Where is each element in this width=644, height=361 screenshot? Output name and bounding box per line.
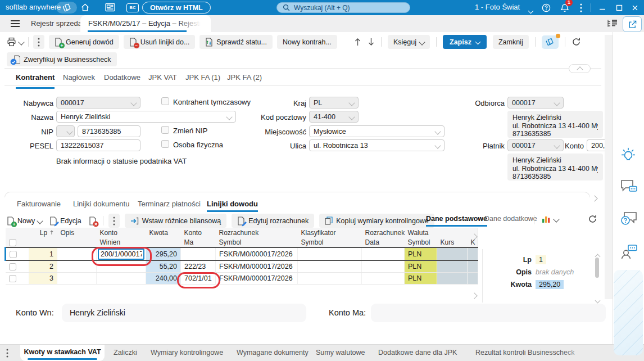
layers-panel-button[interactable] — [542, 35, 559, 49]
table-row[interactable]: 2 55,20 222/23 FSKR/M0/000017/2026 PLN — [6, 260, 478, 273]
generuj-dowod-button[interactable]: + Generuj dowód — [49, 35, 119, 49]
platnik-field[interactable]: 000017 — [507, 139, 564, 151]
zweryfikuj-businesscheck-button[interactable]: Zweryfikuj w Businesscheck — [7, 52, 117, 66]
nazwa-field[interactable]: Henryk Zieliński — [56, 111, 236, 123]
konto-field[interactable]: 200, — [587, 139, 605, 151]
lightbulb-icon[interactable] — [620, 147, 637, 165]
osoba-fizyczna-checkbox[interactable] — [161, 140, 169, 148]
tab-jpk-vat[interactable]: JPK VAT — [148, 73, 177, 85]
share-button[interactable] — [623, 16, 642, 32]
kod-pocztowy-field[interactable]: 41-400 — [309, 111, 359, 123]
home-icon[interactable] — [80, 3, 90, 12]
tab-linijki-dowodu[interactable]: Linijki dowodu — [207, 200, 258, 212]
tab-dodatkowe[interactable]: Dodatkowe — [104, 73, 140, 85]
pesel-field[interactable]: 13222615037 — [56, 139, 140, 151]
wstaw-roznice-button[interactable]: Wstaw różnice bilansową — [125, 214, 226, 228]
vertical-scrollbar-track[interactable] — [605, 35, 613, 299]
konto-winien-input[interactable] — [98, 249, 144, 260]
tab-zaliczki[interactable]: Zaliczki — [114, 345, 137, 361]
col-konto-ma[interactable]: Konto — [181, 228, 216, 237]
kraj-field[interactable]: PL — [309, 97, 359, 109]
zamknij-button[interactable]: Zamknij — [493, 35, 529, 49]
col-kwota[interactable]: Kwota — [146, 228, 181, 237]
pin-panel-icon[interactable] — [607, 19, 618, 28]
col-konto-winien[interactable]: Konto — [97, 228, 146, 237]
tab-linijki-dokumentu[interactable]: Linijki dokumentu — [73, 200, 129, 208]
contact-person-icon[interactable] — [620, 243, 638, 261]
col-rozrachunek-symbol[interactable]: Rozrachunek — [216, 228, 298, 237]
panel-expand-chevron-icon[interactable] — [592, 193, 597, 203]
edycja-button[interactable]: Edycja — [48, 216, 83, 225]
ulica-field[interactable]: ul. Robotnicza 13 — [309, 139, 445, 151]
table-row[interactable]: 1 295,20 FSKR/M0/000017/2026 PLN — [6, 247, 478, 260]
odbiorca-field[interactable]: 000017 — [507, 97, 564, 109]
tab-naglowek[interactable]: Nagłówek — [63, 73, 95, 85]
tab-kwoty-w-stawkach-vat[interactable]: Kwoty w stawkach VAT — [20, 345, 105, 361]
tab-fakturowanie[interactable]: Fakturowanie — [17, 200, 61, 208]
minimize-button[interactable] — [599, 4, 606, 11]
grid-refresh-icon[interactable] — [588, 214, 597, 224]
help-icon[interactable] — [542, 3, 551, 12]
grid-kebab-button[interactable] — [108, 214, 120, 228]
chart-view-button[interactable] — [542, 215, 559, 223]
news-icon[interactable] — [105, 3, 115, 12]
usun-linijke-button[interactable] — [88, 216, 98, 225]
tab-terminarz-platnosci[interactable]: Terminarz płatności — [138, 200, 201, 208]
miejscowosc-field[interactable]: Mysłowice — [309, 125, 445, 137]
hscroll-right-icon[interactable] — [472, 290, 477, 300]
columns-scroll-right-icon[interactable] — [472, 231, 477, 241]
tab-dodatkowe-dane-jpk[interactable]: Dodatkowe dane dla JPK — [378, 345, 457, 361]
col-waluta[interactable]: Waluta — [405, 228, 437, 237]
hamburger-menu-icon[interactable] — [10, 20, 20, 28]
company-selector[interactable]: 1 - Foto Świat — [475, 3, 520, 11]
feedback-chat-icon[interactable] — [620, 179, 638, 196]
help-chat-icon[interactable] — [620, 211, 638, 228]
close-button[interactable] — [632, 4, 638, 11]
scroll-down-icon[interactable] — [368, 38, 375, 46]
ksieguj-button[interactable]: Księguj — [388, 35, 430, 49]
layers-logo-button[interactable] — [56, 2, 77, 13]
row-checkbox[interactable] — [9, 263, 16, 270]
maximize-button[interactable] — [616, 4, 623, 11]
zapisz-button[interactable]: Zapisz — [443, 35, 487, 49]
refresh-icon[interactable] — [572, 37, 581, 47]
search-input[interactable]: Wyszukaj (Alt + Q) — [276, 2, 410, 13]
col-klasyfikator[interactable]: Klasyfikator — [298, 228, 362, 237]
nip-field[interactable]: 8713635385 — [78, 125, 140, 137]
sprawdz-status-button[interactable]: Sprawdź statu... — [199, 35, 273, 49]
tab-active-document[interactable]: FSKR/M0/25/17 – Edycja – Rejestr sp — [80, 15, 211, 32]
usun-linijki-button[interactable]: − Usuń linijki do... — [124, 35, 196, 49]
bc-icon[interactable]: BC — [126, 3, 139, 12]
bottom-kebab-icon[interactable] — [6, 349, 8, 358]
print-button[interactable] — [7, 37, 24, 47]
tab-jpk-fa-2[interactable]: JPK FA (2) — [227, 73, 262, 85]
row-checkbox[interactable] — [10, 251, 17, 258]
row-checkbox[interactable] — [9, 275, 16, 282]
col-rozrachunek-data[interactable]: Rozrachunek — [362, 228, 405, 237]
select-all-checkbox[interactable] — [9, 239, 16, 246]
col-opis[interactable]: Opis — [57, 228, 97, 237]
tab-wymagane-dokumenty[interactable]: Wymagane dokumenty — [237, 345, 309, 361]
toolbar-kebab-button[interactable] — [33, 35, 44, 49]
kontrahent-tymczasowy-checkbox[interactable] — [161, 97, 169, 105]
assistant-panel[interactable] — [614, 270, 643, 355]
dane-podstawowe-link[interactable]: Dane podstawowe — [426, 215, 487, 227]
scroll-up-icon[interactable] — [354, 38, 361, 46]
nowy-button[interactable]: + Nowy — [6, 216, 43, 225]
topbar-kebab-icon[interactable] — [580, 3, 582, 12]
nabywca-field[interactable]: 000017 — [56, 97, 140, 109]
company-chevron-icon[interactable] — [529, 5, 533, 15]
zmien-nip-checkbox[interactable] — [161, 126, 169, 134]
nip-prefix-field[interactable] — [56, 125, 75, 137]
col-lp[interactable]: Lp — [29, 228, 57, 237]
tab-rezultat-businesscheck[interactable]: Rezultat kontroli Businesscheck — [475, 345, 574, 361]
tab-sumy-walutowe[interactable]: Sumy walutowe — [316, 345, 365, 361]
open-html-button[interactable]: Otwórz w HTML — [142, 2, 211, 13]
table-row[interactable]: 3 240,00 702/1/01 FSKR/M0/000017/2026 PL… — [6, 273, 478, 285]
tab-jpk-fa-1[interactable]: JPK FA (1) — [185, 73, 220, 85]
edytuj-rozrachunek-button[interactable]: Edytuj rozrachunek — [232, 214, 314, 228]
detail-scrollbar-thumb[interactable] — [595, 258, 599, 278]
nowy-kontrahent-button[interactable]: Nowy kontrah... — [277, 35, 337, 49]
tab-wymiary-kontrolingowe[interactable]: Wymiary kontrolingowe — [151, 345, 223, 361]
collapse-header-button[interactable] — [569, 64, 591, 73]
